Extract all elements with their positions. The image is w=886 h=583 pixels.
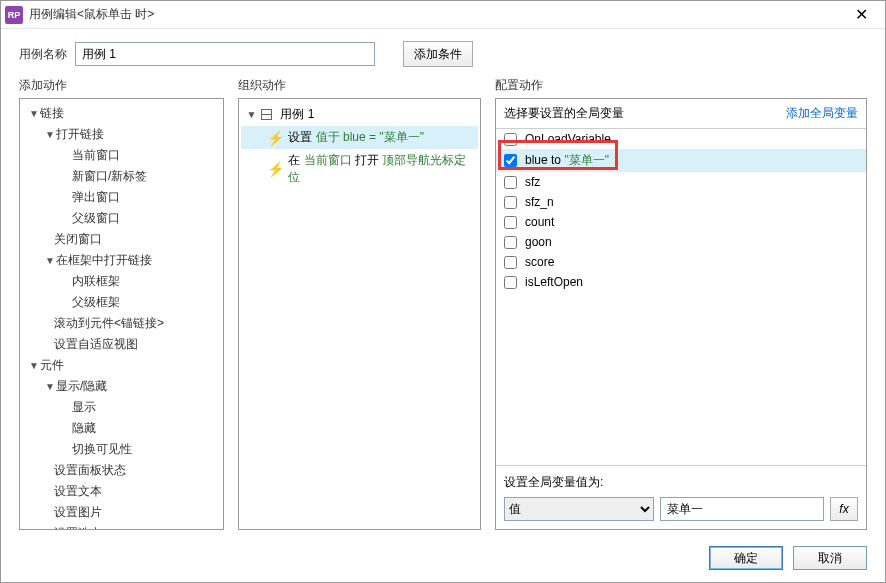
var-label: sfz (525, 175, 540, 189)
tree-set-image[interactable]: 设置图片 (38, 502, 221, 523)
tree-popup[interactable]: 弹出窗口 (66, 187, 221, 208)
tree-show-hide[interactable]: ▼显示/隐藏 (38, 376, 221, 397)
var-label: count (525, 215, 554, 229)
org-action-column: 组织动作 ▼ 用例 1 ⚡ 设置 值于 blue = "菜单一" ⚡ 在 当前窗… (238, 73, 481, 530)
var-row[interactable]: blue to "菜单一" (496, 149, 866, 172)
var-label: sfz_n (525, 195, 554, 209)
tree-show[interactable]: 显示 (66, 397, 221, 418)
cfg-panel: 选择要设置的全局变量 添加全局变量 OnLoadVariableblue to … (495, 98, 867, 530)
fx-button[interactable]: fx (830, 497, 858, 521)
app-icon: RP (5, 6, 23, 24)
var-row[interactable]: goon (496, 232, 866, 252)
var-checkbox[interactable] (504, 154, 517, 167)
org-action-title: 组织动作 (238, 73, 481, 98)
topbar: 用例名称 添加条件 (1, 29, 885, 73)
bolt-icon: ⚡ (267, 162, 284, 176)
chevron-down-icon[interactable]: ▼ (28, 360, 40, 371)
var-checkbox[interactable] (504, 176, 517, 189)
org-action-panel: ▼ 用例 1 ⚡ 设置 值于 blue = "菜单一" ⚡ 在 当前窗口 打开 … (238, 98, 481, 530)
var-row[interactable]: OnLoadVariable (496, 129, 866, 149)
case-icon (261, 109, 272, 120)
bolt-icon: ⚡ (267, 131, 284, 145)
chevron-down-icon[interactable]: ▼ (44, 129, 56, 140)
var-checkbox[interactable] (504, 133, 517, 146)
case-name-input[interactable] (75, 42, 375, 66)
var-row[interactable]: isLeftOpen (496, 272, 866, 292)
tree-inline-frame[interactable]: 内联框架 (66, 271, 221, 292)
titlebar: RP 用例编辑<鼠标单击 时> ✕ (1, 1, 885, 29)
var-checkbox[interactable] (504, 216, 517, 229)
var-label: isLeftOpen (525, 275, 583, 289)
dialog-buttons: 确定 取消 (1, 538, 885, 582)
org-case[interactable]: ▼ 用例 1 (241, 103, 478, 126)
var-label: score (525, 255, 554, 269)
var-checkbox[interactable] (504, 236, 517, 249)
org-action-open-link[interactable]: ⚡ 在 当前窗口 打开 顶部导航光标定位 (241, 149, 478, 189)
chevron-down-icon[interactable]: ▼ (245, 109, 257, 120)
cfg-action-column: 配置动作 选择要设置的全局变量 添加全局变量 OnLoadVariableblu… (495, 73, 867, 530)
value-type-select[interactable]: 值 (504, 497, 654, 521)
tree-open-link[interactable]: ▼打开链接 (38, 124, 221, 145)
add-action-title: 添加动作 (19, 73, 224, 98)
global-var-list: OnLoadVariableblue to "菜单一"sfzsfz_ncount… (496, 128, 866, 465)
var-row[interactable]: score (496, 252, 866, 272)
tree-component[interactable]: ▼元件 (22, 355, 221, 376)
tree-parent-frame[interactable]: 父级框架 (66, 292, 221, 313)
tree-cur-win[interactable]: 当前窗口 (66, 145, 221, 166)
cfg-select-label: 选择要设置的全局变量 (504, 105, 624, 122)
var-row[interactable]: sfz (496, 172, 866, 192)
tree-new-win[interactable]: 新窗口/新标签 (66, 166, 221, 187)
cfg-action-title: 配置动作 (495, 73, 867, 98)
chevron-down-icon[interactable]: ▼ (28, 108, 40, 119)
chevron-down-icon[interactable]: ▼ (44, 381, 56, 392)
var-label: OnLoadVariable (525, 132, 611, 146)
ok-button[interactable]: 确定 (709, 546, 783, 570)
var-label: goon (525, 235, 552, 249)
cfg-head: 选择要设置的全局变量 添加全局变量 (496, 99, 866, 128)
tree-hide[interactable]: 隐藏 (66, 418, 221, 439)
add-condition-button[interactable]: 添加条件 (403, 41, 473, 67)
close-button[interactable]: ✕ (841, 1, 881, 28)
tree-panel-state[interactable]: 设置面板状态 (38, 460, 221, 481)
var-checkbox[interactable] (504, 196, 517, 209)
tree-link[interactable]: ▼链接 (22, 103, 221, 124)
columns: 添加动作 ▼链接 ▼打开链接 当前窗口 新窗口/新标签 弹出窗口 父级窗口 关闭… (1, 73, 885, 538)
org-action-set-value[interactable]: ⚡ 设置 值于 blue = "菜单一" (241, 126, 478, 149)
add-global-link[interactable]: 添加全局变量 (786, 105, 858, 122)
cancel-button[interactable]: 取消 (793, 546, 867, 570)
value-input[interactable] (660, 497, 824, 521)
tree-close-win[interactable]: 关闭窗口 (38, 229, 221, 250)
tree-set-selected[interactable]: 设置选中 (38, 523, 221, 530)
window-title: 用例编辑<鼠标单击 时> (29, 6, 841, 23)
add-action-column: 添加动作 ▼链接 ▼打开链接 当前窗口 新窗口/新标签 弹出窗口 父级窗口 关闭… (19, 73, 224, 530)
tree-toggle-vis[interactable]: 切换可见性 (66, 439, 221, 460)
var-label: blue to "菜单一" (525, 152, 609, 169)
tree-set-text[interactable]: 设置文本 (38, 481, 221, 502)
action-tree-panel: ▼链接 ▼打开链接 当前窗口 新窗口/新标签 弹出窗口 父级窗口 关闭窗口 ▼在… (19, 98, 224, 530)
tree-scroll-to[interactable]: 滚动到元件<锚链接> (38, 313, 221, 334)
tree-parent-win[interactable]: 父级窗口 (66, 208, 221, 229)
var-row[interactable]: count (496, 212, 866, 232)
tree-adaptive[interactable]: 设置自适应视图 (38, 334, 221, 355)
var-row[interactable]: sfz_n (496, 192, 866, 212)
case-name-label: 用例名称 (19, 46, 67, 63)
cfg-bottom-label: 设置全局变量值为: (504, 474, 858, 491)
var-checkbox[interactable] (504, 276, 517, 289)
cfg-bottom: 设置全局变量值为: 值 fx (496, 465, 866, 529)
dialog-window: RP 用例编辑<鼠标单击 时> ✕ 用例名称 添加条件 添加动作 ▼链接 ▼打开… (0, 0, 886, 583)
var-checkbox[interactable] (504, 256, 517, 269)
chevron-down-icon[interactable]: ▼ (44, 255, 56, 266)
tree-open-in-frame[interactable]: ▼在框架中打开链接 (38, 250, 221, 271)
